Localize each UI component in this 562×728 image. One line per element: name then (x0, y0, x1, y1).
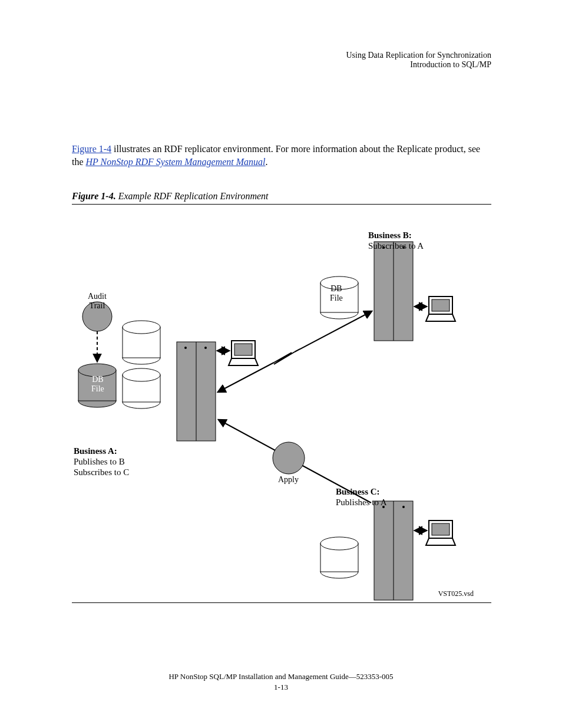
label-apply: Apply (278, 475, 299, 485)
label-business-a: Business A: (74, 446, 129, 456)
header-line2: Introduction to SQL/MP (346, 60, 492, 70)
label-db: DB (91, 375, 104, 384)
figure-number: Figure 1-4. (72, 191, 116, 201)
label-audit: Audit (88, 292, 107, 301)
figure-top-rule (72, 204, 491, 205)
svg-rect-27 (432, 299, 449, 311)
label-db2: DB (330, 284, 343, 294)
label-a-details2: Subscribes to C (74, 467, 129, 477)
manual-link[interactable]: HP NonStop RDF System Management Manual (86, 157, 266, 167)
svg-line-38 (218, 363, 274, 392)
label-file2: File (330, 294, 343, 303)
body-text-2: . (266, 157, 268, 167)
figure-bottom-rule (72, 602, 491, 603)
header-line1: Using Data Replication for Synchronizati… (346, 51, 492, 60)
svg-point-13 (184, 347, 187, 349)
label-c-details: Publishes to A (336, 497, 387, 508)
label-a-details1: Publishes to B (74, 456, 129, 467)
label-trail: Trail (88, 301, 107, 311)
figure-link[interactable]: Figure 1-4 (72, 144, 111, 154)
svg-point-7 (123, 321, 160, 334)
svg-point-34 (402, 506, 405, 508)
figure-diagram (62, 212, 504, 607)
footer-docid: 523353-005 (356, 672, 394, 681)
svg-point-14 (204, 347, 207, 349)
label-b-details: Subscribes to A (368, 241, 424, 251)
svg-point-10 (123, 368, 160, 381)
figure-title: Example RDF Replication Environment (118, 191, 269, 201)
footnote: VST025.vsd (438, 589, 474, 598)
svg-point-41 (273, 442, 305, 474)
label-business-b: Business B: (368, 230, 424, 241)
svg-rect-37 (432, 523, 449, 535)
footer-docref: HP NonStop SQL/MP Installation and Manag… (168, 672, 348, 681)
label-business-c: Business C: (336, 486, 387, 497)
svg-line-42 (219, 420, 275, 450)
svg-point-30 (320, 537, 358, 550)
footer-page: 1-13 (0, 683, 562, 692)
svg-rect-17 (234, 344, 252, 355)
label-file: File (91, 384, 104, 394)
